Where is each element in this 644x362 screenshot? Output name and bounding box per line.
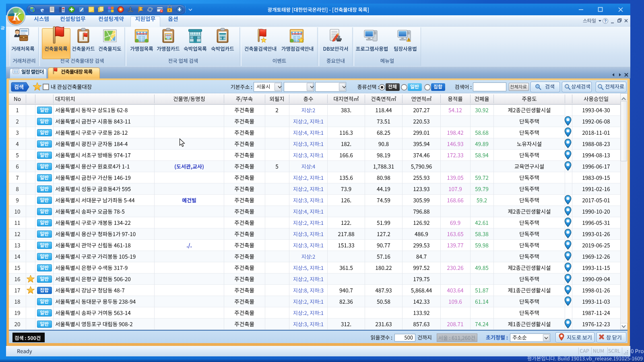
svg-text:광: 광 [0, 25, 5, 30]
svg-text:?: ? [604, 19, 607, 23]
svg-text:K: K [12, 10, 21, 23]
